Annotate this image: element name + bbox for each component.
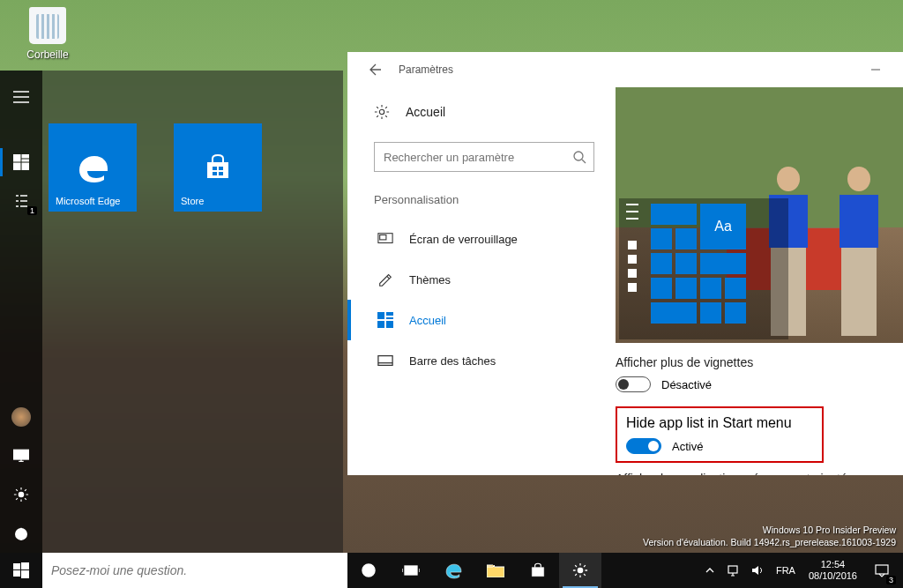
- settings-window: Paramètres Accueil Personnalisation Écr: [347, 52, 903, 475]
- nav-start-label: Accueil: [409, 314, 446, 327]
- taskbar-icon: [377, 353, 393, 368]
- taskbar-search-input[interactable]: [51, 563, 339, 577]
- cortana-button[interactable]: [347, 553, 390, 588]
- all-apps-button[interactable]: 1: [0, 182, 42, 220]
- highlighted-option: Hide app list in Start menu Activé: [616, 406, 824, 463]
- svg-point-6: [19, 492, 23, 496]
- svg-rect-27: [405, 566, 417, 575]
- recycle-bin-icon: [29, 7, 66, 44]
- nav-lockscreen[interactable]: Écran de verrouillage: [347, 219, 616, 259]
- taskbar-settings[interactable]: [559, 553, 601, 588]
- gear-icon: [374, 104, 390, 120]
- tray-network[interactable]: [720, 553, 745, 588]
- themes-icon: [377, 272, 393, 287]
- option-recent-apps: Afficher les applications récemment ajou…: [616, 463, 903, 475]
- task-view-button[interactable]: [390, 553, 432, 588]
- store-tile[interactable]: Store: [174, 123, 262, 212]
- tray-clock[interactable]: 12:54 08/10/2016: [802, 553, 864, 588]
- svg-rect-1: [22, 154, 29, 158]
- svg-rect-10: [213, 172, 217, 175]
- start-button[interactable]: [0, 553, 42, 588]
- svg-rect-24: [13, 570, 20, 577]
- chevron-up-icon: [705, 566, 714, 575]
- nav-home[interactable]: Accueil: [347, 93, 616, 131]
- store-tile-label: Store: [181, 196, 204, 206]
- taskbar-store[interactable]: [517, 553, 559, 588]
- network-icon: [727, 564, 739, 577]
- option-hide-applist-title: Hide app list in Start menu: [626, 415, 813, 431]
- build-watermark: Windows 10 Pro Insider Preview Version d…: [643, 524, 896, 549]
- tray-date: 08/10/2016: [809, 570, 857, 582]
- svg-rect-30: [876, 565, 888, 574]
- settings-titlebar: Paramètres: [347, 52, 903, 87]
- toggle-more-tiles[interactable]: [616, 376, 651, 392]
- volume-icon: [751, 564, 764, 577]
- svg-rect-25: [21, 570, 29, 578]
- svg-rect-21: [378, 356, 392, 366]
- toggle-hide-applist[interactable]: [626, 438, 661, 454]
- search-icon: [572, 150, 586, 164]
- back-button[interactable]: [354, 52, 393, 87]
- edge-tile[interactable]: Microsoft Edge: [49, 123, 137, 212]
- svg-rect-15: [380, 235, 386, 240]
- tray-volume[interactable]: [745, 553, 770, 588]
- user-avatar-icon: [11, 407, 31, 427]
- svg-rect-11: [219, 172, 223, 175]
- start-preview-tiles: Aa: [619, 198, 788, 339]
- window-title: Paramètres: [393, 63, 855, 76]
- lockscreen-icon: [377, 231, 393, 247]
- nav-themes[interactable]: Thèmes: [347, 259, 616, 300]
- option-more-tiles: Afficher plus de vignettes Désactivé: [616, 343, 903, 398]
- nav-taskbar[interactable]: Barre des tâches: [347, 340, 616, 381]
- svg-rect-8: [213, 167, 217, 170]
- start-preview: Aa: [616, 87, 903, 343]
- svg-rect-5: [13, 450, 28, 459]
- taskbar-explorer[interactable]: [474, 553, 517, 588]
- file-explorer-button[interactable]: [0, 436, 42, 475]
- svg-point-26: [362, 564, 375, 577]
- settings-button[interactable]: [0, 475, 42, 514]
- nav-themes-label: Thèmes: [409, 273, 451, 287]
- pinned-tiles-button[interactable]: [0, 143, 42, 182]
- edge-tile-label: Microsoft Edge: [56, 196, 120, 206]
- recycle-bin-label: Corbeille: [26, 48, 68, 61]
- start-rail: 1: [0, 71, 42, 553]
- user-account-button[interactable]: [0, 398, 42, 436]
- settings-search[interactable]: [374, 142, 594, 172]
- settings-search-input[interactable]: [384, 151, 572, 164]
- nav-section-heading: Personnalisation: [347, 193, 616, 219]
- taskbar-search[interactable]: [42, 553, 347, 588]
- start-icon: [377, 312, 393, 328]
- svg-point-12: [379, 109, 384, 114]
- recycle-bin[interactable]: Corbeille: [19, 7, 76, 62]
- start-menu: 1 Microsoft Edge Store: [0, 71, 343, 553]
- svg-rect-23: [21, 562, 29, 569]
- svg-point-13: [574, 152, 583, 160]
- option-more-tiles-title: Afficher plus de vignettes: [616, 355, 903, 369]
- power-button[interactable]: [0, 514, 42, 553]
- tray-chevron[interactable]: [699, 553, 720, 588]
- taskbar-edge[interactable]: [432, 553, 474, 588]
- tray-language[interactable]: FRA: [770, 553, 802, 588]
- minimize-button[interactable]: [855, 56, 896, 84]
- notification-count: 3: [886, 576, 896, 584]
- toggle-hide-applist-state: Activé: [672, 440, 703, 453]
- hamburger-button[interactable]: [0, 78, 42, 116]
- svg-rect-29: [728, 566, 737, 573]
- tray-time: 12:54: [821, 559, 846, 570]
- svg-rect-3: [13, 163, 20, 170]
- nav-lockscreen-label: Écran de verrouillage: [409, 233, 518, 246]
- svg-rect-17: [386, 312, 393, 316]
- option-recent-apps-title: Afficher les applications récemment ajou…: [616, 472, 903, 475]
- taskbar: FRA 12:54 08/10/2016 3: [0, 553, 903, 588]
- action-center-button[interactable]: 3: [864, 553, 899, 588]
- nav-taskbar-label: Barre des tâches: [409, 354, 496, 368]
- svg-rect-20: [386, 321, 393, 328]
- settings-nav: Accueil Personnalisation Écran de verrou…: [347, 87, 616, 475]
- start-tiles: Microsoft Edge Store: [49, 123, 299, 212]
- nav-start[interactable]: Accueil: [347, 300, 616, 340]
- svg-rect-19: [377, 321, 384, 328]
- nav-home-label: Accueil: [406, 105, 445, 119]
- svg-rect-22: [13, 563, 20, 569]
- svg-point-28: [578, 568, 582, 572]
